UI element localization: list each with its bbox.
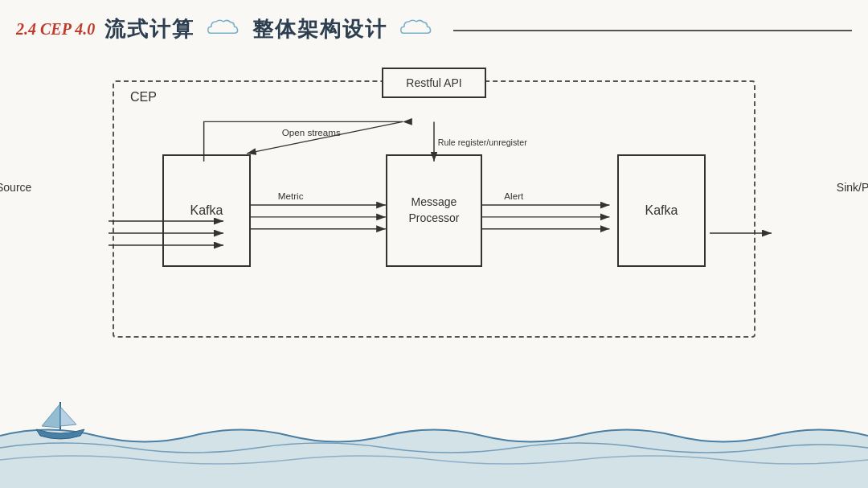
title-cn: 流式计算 <box>104 15 194 43</box>
header: 2.4 CEP 4.0 流式计算 整体架构设计 <box>16 14 852 43</box>
svg-text:Open streams: Open streams <box>282 127 341 137</box>
cloud-icon-1 <box>204 14 243 43</box>
restful-api-box: Restful API <box>382 68 486 98</box>
cep-label: CEP <box>127 90 160 105</box>
svg-text:Rule register/unregister: Rule register/unregister <box>438 137 527 147</box>
kafka-right-box: Kafka <box>617 154 706 267</box>
kafka-left-label: Kafka <box>190 203 223 218</box>
svg-text:Metric: Metric <box>278 191 304 201</box>
section-cn: 整体架构设计 <box>252 15 387 43</box>
header-line <box>453 30 852 31</box>
svg-text:Alert: Alert <box>504 191 524 201</box>
source-label: Source <box>0 181 31 194</box>
sea-svg <box>0 408 868 488</box>
diagram-container: CEP Restful API Kafka MessageProcessor K… <box>48 64 820 370</box>
cloud-icon-2 <box>397 14 436 43</box>
cep-box: CEP Restful API Kafka MessageProcessor K… <box>113 80 755 338</box>
message-processor-label: MessageProcessor <box>408 195 459 226</box>
sink-label: Sink/Ping <box>837 181 868 194</box>
kafka-left-box: Kafka <box>162 154 251 267</box>
sailboat <box>32 396 88 444</box>
subtitle: 2.4 CEP 4.0 <box>16 20 95 39</box>
restful-api-label: Restful API <box>406 76 461 89</box>
sea-container <box>0 408 868 488</box>
sailboat-svg <box>32 396 88 444</box>
kafka-right-label: Kafka <box>645 203 678 218</box>
message-processor-box: MessageProcessor <box>386 154 482 267</box>
